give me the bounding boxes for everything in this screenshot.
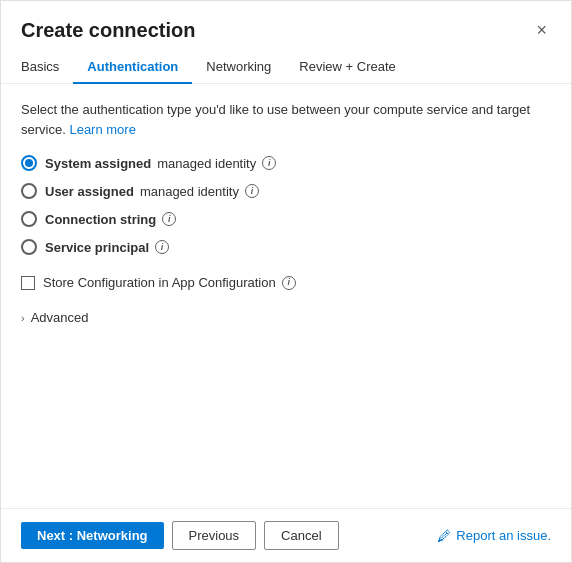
radio-input-service-principal[interactable] bbox=[21, 239, 37, 255]
dialog-title: Create connection bbox=[21, 19, 195, 42]
radio-label-service-principal: Service principal i bbox=[45, 240, 169, 255]
tab-bar: Basics Authentication Networking Review … bbox=[1, 51, 571, 84]
create-connection-dialog: Create connection × Basics Authenticatio… bbox=[0, 0, 572, 563]
cancel-button[interactable]: Cancel bbox=[264, 521, 338, 550]
tab-basics[interactable]: Basics bbox=[21, 51, 73, 84]
radio-input-connection-string[interactable] bbox=[21, 211, 37, 227]
dialog-body: Select the authentication type you'd lik… bbox=[1, 84, 571, 508]
store-config-checkbox[interactable] bbox=[21, 276, 35, 290]
info-icon-connection-string[interactable]: i bbox=[162, 212, 176, 226]
next-button[interactable]: Next : Networking bbox=[21, 522, 164, 549]
radio-input-user-assigned[interactable] bbox=[21, 183, 37, 199]
description-text: Select the authentication type you'd lik… bbox=[21, 100, 551, 139]
info-icon-store-config[interactable]: i bbox=[282, 276, 296, 290]
advanced-label: Advanced bbox=[31, 310, 89, 325]
radio-connection-string[interactable]: Connection string i bbox=[21, 211, 551, 227]
radio-service-principal[interactable]: Service principal i bbox=[21, 239, 551, 255]
close-button[interactable]: × bbox=[532, 17, 551, 43]
radio-label-user-assigned: User assigned managed identity i bbox=[45, 184, 259, 199]
store-config-checkbox-section[interactable]: Store Configuration in App Configuration… bbox=[21, 275, 551, 290]
advanced-section[interactable]: › Advanced bbox=[21, 310, 551, 325]
store-config-label: Store Configuration in App Configuration… bbox=[43, 275, 296, 290]
radio-user-assigned[interactable]: User assigned managed identity i bbox=[21, 183, 551, 199]
tab-review-create[interactable]: Review + Create bbox=[285, 51, 409, 84]
radio-inner-system-assigned bbox=[25, 159, 33, 167]
info-icon-user-assigned[interactable]: i bbox=[245, 184, 259, 198]
info-icon-system-assigned[interactable]: i bbox=[262, 156, 276, 170]
radio-input-system-assigned[interactable] bbox=[21, 155, 37, 171]
tab-authentication[interactable]: Authentication bbox=[73, 51, 192, 84]
tab-networking[interactable]: Networking bbox=[192, 51, 285, 84]
report-icon: 🖉 bbox=[437, 528, 451, 544]
dialog-header: Create connection × bbox=[1, 1, 571, 51]
learn-more-link[interactable]: Learn more bbox=[69, 122, 135, 137]
previous-button[interactable]: Previous bbox=[172, 521, 257, 550]
report-issue-link[interactable]: 🖉 Report an issue. bbox=[437, 528, 551, 544]
chevron-right-icon: › bbox=[21, 312, 25, 324]
report-label: Report an issue. bbox=[456, 528, 551, 543]
auth-type-radio-group: System assigned managed identity i User … bbox=[21, 155, 551, 255]
radio-label-system-assigned: System assigned managed identity i bbox=[45, 156, 276, 171]
radio-system-assigned[interactable]: System assigned managed identity i bbox=[21, 155, 551, 171]
info-icon-service-principal[interactable]: i bbox=[155, 240, 169, 254]
radio-label-connection-string: Connection string i bbox=[45, 212, 176, 227]
dialog-footer: Next : Networking Previous Cancel 🖉 Repo… bbox=[1, 508, 571, 562]
